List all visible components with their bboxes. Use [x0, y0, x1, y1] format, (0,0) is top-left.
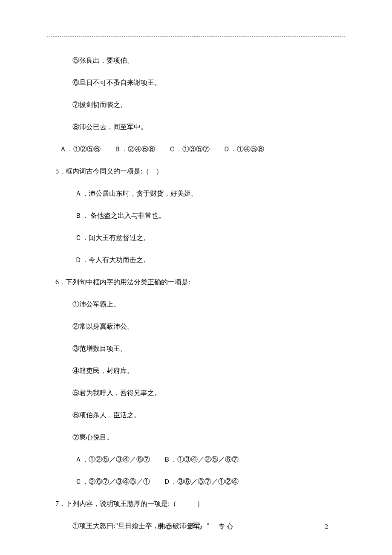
- q6-item-1: ①沛公军霸上。: [55, 299, 337, 309]
- document-body: ⑤张良出，要项伯。 ⑥旦日不可不蚤自来谢项王。 ⑦拔剑切而啖之。 ⑧沛公已去，间…: [55, 55, 337, 543]
- q4-item-5: ⑤张良出，要项伯。: [55, 55, 337, 66]
- footer-motto: 用心爱心专心: [0, 522, 392, 532]
- q5-option-d: Ｄ．今人有大功而击之。: [55, 255, 337, 265]
- footer-word-1: 用心: [157, 523, 173, 530]
- q6-item-3: ③范增数目项王。: [55, 344, 337, 354]
- q4-item-6: ⑥旦日不可不蚤自来谢项王。: [55, 78, 337, 88]
- top-rule: [47, 36, 345, 37]
- q4-item-8: ⑧沛公已去，间至军中。: [55, 122, 337, 132]
- q6-item-5: ⑤君为我呼入，吾得兄事之。: [55, 388, 337, 398]
- q6-item-4: ④籍吏民，封府库。: [55, 366, 337, 376]
- q6-options-row-2: Ｃ．②⑥⑦／③④⑤／① Ｄ．③⑥／⑤⑦／①②④: [55, 477, 337, 487]
- q6-item-2: ②常以身翼蔽沛公。: [55, 321, 337, 332]
- q5-option-a: Ａ．沛公居山东时，贪于财货，好美姬。: [55, 188, 337, 199]
- q4-options: Ａ．①②⑤⑥ Ｂ．②④⑥⑧ Ｃ．①③⑤⑦ Ｄ．①④⑤⑧: [55, 144, 337, 154]
- footer-word-2: 爱心: [188, 523, 204, 530]
- q6-options-row-1: Ａ．①②⑤／③④／⑥⑦ Ｂ．①③④／②⑤／⑥⑦: [55, 454, 337, 465]
- q6-stem: 6．下列句中框内字的用法分类正确的一项是:: [55, 277, 337, 287]
- q5-option-c: Ｃ．闻大王有意督过之。: [55, 233, 337, 243]
- q5-option-b: Ｂ． 备他盗之出入与非常也。: [55, 211, 337, 221]
- q6-item-7: ⑦爽心悦目。: [55, 432, 337, 442]
- footer-word-3: 专心: [219, 523, 235, 530]
- q4-item-7: ⑦拔剑切而啖之。: [55, 100, 337, 110]
- q7-stem: 7．下列内容，说明项王憨厚的一项是:（ ）: [55, 499, 337, 509]
- q5-stem: 5．框内词古今同义的一项是:（ ）: [55, 166, 337, 176]
- q6-item-6: ⑥项伯杀人，臣活之。: [55, 410, 337, 420]
- page-number: 2: [325, 522, 329, 532]
